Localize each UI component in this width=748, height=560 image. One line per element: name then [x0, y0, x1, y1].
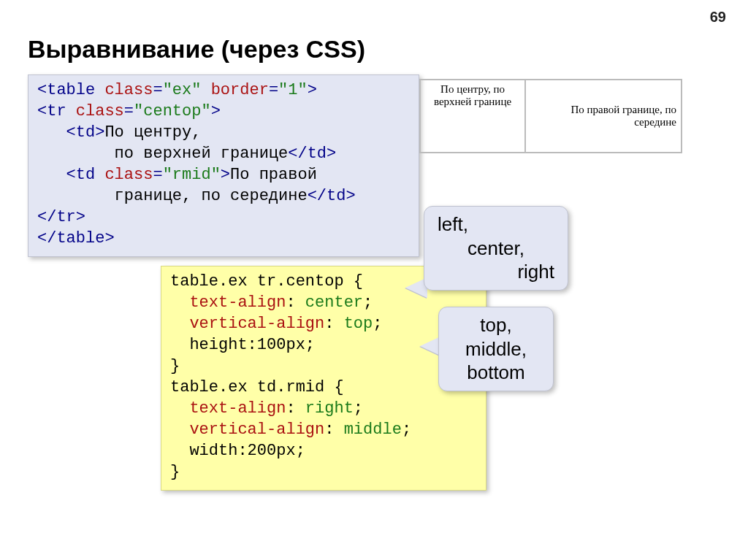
code-text: : — [286, 294, 305, 312]
code-text: </tr> — [37, 208, 85, 226]
slide-title: Выравнивание (через CSS) — [28, 35, 365, 64]
code-text: ; — [373, 315, 382, 333]
code-text: </td> — [308, 187, 356, 205]
callout-line: middle, — [452, 337, 540, 361]
code-text: vertical-align — [189, 315, 324, 333]
code-text: = — [124, 102, 134, 120]
callout-line: center, — [438, 237, 554, 261]
table-cell-rmid: По правой границе, по середине — [525, 80, 682, 153]
callout-text-align-values: left, center, right — [424, 206, 568, 291]
code-text: <tr — [37, 102, 66, 120]
code-text: height:100px; — [189, 336, 315, 354]
code-text: = — [153, 81, 162, 99]
code-text — [170, 399, 189, 418]
code-text: = — [269, 81, 278, 99]
code-text: "rmid" — [163, 166, 221, 184]
code-text: <td> — [37, 123, 104, 142]
code-text — [170, 421, 189, 439]
code-text: <td — [37, 166, 95, 184]
callout-line: left, — [438, 212, 554, 237]
code-text: границе, по середине — [37, 187, 308, 205]
code-text: = — [153, 166, 162, 184]
code-text: table.ex tr.centop { — [170, 272, 363, 291]
table-cell-centop: По центру, по верхней границе — [420, 80, 525, 153]
callout-vertical-align-values: top, middle, bottom — [438, 307, 554, 391]
code-text: "centop" — [134, 102, 211, 120]
code-text: border — [201, 81, 268, 99]
code-text: table.ex td.rmid { — [170, 378, 344, 396]
code-text: </table> — [37, 229, 115, 248]
code-text: > — [221, 166, 230, 184]
code-text: center — [305, 294, 363, 312]
code-text: : — [324, 421, 343, 439]
code-text: По центру, — [104, 123, 201, 142]
callout-line: right — [438, 260, 554, 284]
page-number: 69 — [710, 9, 726, 26]
code-text: > — [308, 81, 317, 99]
code-text: vertical-align — [189, 421, 324, 439]
code-text: text-align — [189, 294, 286, 312]
code-text: width:200px; — [189, 442, 305, 460]
code-text — [170, 315, 189, 333]
code-text: top — [344, 315, 373, 333]
code-text — [170, 294, 189, 312]
code-text: right — [305, 399, 354, 418]
code-text: </td> — [288, 145, 336, 163]
code-text: middle — [344, 421, 402, 439]
code-text: class — [66, 102, 124, 120]
code-text: text-align — [189, 399, 286, 418]
code-text: ; — [354, 399, 363, 418]
code-text: } — [170, 357, 180, 375]
code-text: "1" — [278, 81, 308, 99]
code-text: "ex" — [163, 81, 202, 99]
code-text: } — [170, 463, 180, 481]
code-text: <table — [37, 81, 95, 99]
code-text: > — [211, 102, 221, 120]
code-text: : — [286, 399, 305, 418]
table-row: По центру, по верхней границе По правой … — [420, 80, 682, 153]
code-text — [170, 336, 189, 354]
code-text: По правой — [230, 166, 317, 184]
code-text: ; — [402, 421, 411, 439]
code-text: ; — [363, 294, 373, 312]
callout-line: top, — [452, 313, 540, 337]
callout-line: bottom — [452, 361, 540, 385]
code-text: : — [324, 315, 343, 333]
code-text — [170, 442, 189, 460]
code-text: class — [95, 166, 153, 184]
code-text: class — [95, 81, 153, 99]
example-table: По центру, по верхней границе По правой … — [419, 79, 682, 153]
code-text: по верхней границе — [37, 145, 288, 163]
html-code-block: <table class="ex" border="1"> <tr class=… — [28, 74, 419, 257]
